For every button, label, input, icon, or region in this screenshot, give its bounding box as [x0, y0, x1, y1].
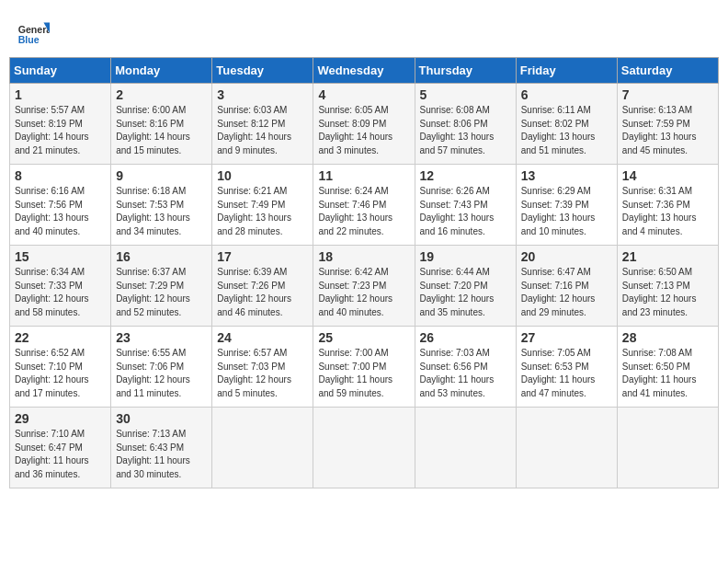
- day-cell: 12Sunrise: 6:26 AMSunset: 7:43 PMDayligh…: [415, 165, 516, 246]
- day-info: Sunrise: 7:13 AMSunset: 6:43 PMDaylight:…: [116, 428, 207, 481]
- day-info: Sunrise: 6:05 AMSunset: 8:09 PMDaylight:…: [318, 104, 409, 157]
- day-cell: 10Sunrise: 6:21 AMSunset: 7:49 PMDayligh…: [212, 165, 313, 246]
- day-number: 29: [15, 411, 106, 426]
- day-cell: 9Sunrise: 6:18 AMSunset: 7:53 PMDaylight…: [111, 165, 212, 246]
- day-info: Sunrise: 6:50 AMSunset: 7:13 PMDaylight:…: [622, 266, 713, 319]
- day-cell: 5Sunrise: 6:08 AMSunset: 8:06 PMDaylight…: [415, 84, 516, 165]
- day-cell: 26Sunrise: 7:03 AMSunset: 6:56 PMDayligh…: [415, 327, 516, 408]
- day-info: Sunrise: 6:42 AMSunset: 7:23 PMDaylight:…: [318, 266, 409, 319]
- day-cell: 22Sunrise: 6:52 AMSunset: 7:10 PMDayligh…: [10, 327, 111, 408]
- day-cell: 20Sunrise: 6:47 AMSunset: 7:16 PMDayligh…: [516, 246, 617, 327]
- page: General Blue SundayMondayTuesdayWednesda…: [0, 0, 728, 563]
- day-cell: 7Sunrise: 6:13 AMSunset: 7:59 PMDaylight…: [617, 84, 718, 165]
- day-cell: [415, 408, 516, 488]
- calendar-wrapper: SundayMondayTuesdayWednesdayThursdayFrid…: [0, 57, 728, 498]
- week-row-4: 22Sunrise: 6:52 AMSunset: 7:10 PMDayligh…: [10, 327, 719, 408]
- day-number: 18: [318, 249, 409, 264]
- day-number: 14: [622, 168, 713, 183]
- day-info: Sunrise: 6:39 AMSunset: 7:26 PMDaylight:…: [217, 266, 308, 319]
- day-number: 21: [622, 249, 713, 264]
- day-number: 19: [420, 249, 511, 264]
- day-number: 23: [116, 330, 207, 345]
- day-info: Sunrise: 6:47 AMSunset: 7:16 PMDaylight:…: [521, 266, 612, 319]
- calendar-table: SundayMondayTuesdayWednesdayThursdayFrid…: [9, 57, 719, 488]
- day-cell: [516, 408, 617, 488]
- day-cell: 21Sunrise: 6:50 AMSunset: 7:13 PMDayligh…: [617, 246, 718, 327]
- day-cell: 2Sunrise: 6:00 AMSunset: 8:16 PMDaylight…: [111, 84, 212, 165]
- day-number: 30: [116, 411, 207, 426]
- day-number: 12: [420, 168, 511, 183]
- day-cell: [313, 408, 415, 488]
- day-number: 10: [217, 168, 308, 183]
- day-number: 27: [521, 330, 612, 345]
- day-number: 17: [217, 249, 308, 264]
- day-cell: 3Sunrise: 6:03 AMSunset: 8:12 PMDaylight…: [212, 84, 313, 165]
- day-cell: 19Sunrise: 6:44 AMSunset: 7:20 PMDayligh…: [415, 246, 516, 327]
- day-cell: 13Sunrise: 6:29 AMSunset: 7:39 PMDayligh…: [516, 165, 617, 246]
- day-number: 11: [318, 168, 409, 183]
- header-row: SundayMondayTuesdayWednesdayThursdayFrid…: [10, 58, 719, 84]
- day-number: 5: [420, 87, 511, 102]
- day-info: Sunrise: 6:29 AMSunset: 7:39 PMDaylight:…: [521, 185, 612, 238]
- day-info: Sunrise: 7:03 AMSunset: 6:56 PMDaylight:…: [420, 347, 511, 400]
- day-cell: 8Sunrise: 6:16 AMSunset: 7:56 PMDaylight…: [10, 165, 111, 246]
- day-number: 22: [15, 330, 106, 345]
- col-header-saturday: Saturday: [617, 58, 718, 84]
- calendar-body: 1Sunrise: 5:57 AMSunset: 8:19 PMDaylight…: [10, 84, 719, 488]
- day-info: Sunrise: 5:57 AMSunset: 8:19 PMDaylight:…: [15, 104, 106, 157]
- day-cell: 25Sunrise: 7:00 AMSunset: 7:00 PMDayligh…: [313, 327, 415, 408]
- day-number: 8: [15, 168, 106, 183]
- day-number: 2: [116, 87, 207, 102]
- day-info: Sunrise: 6:31 AMSunset: 7:36 PMDaylight:…: [622, 185, 713, 238]
- day-info: Sunrise: 6:24 AMSunset: 7:46 PMDaylight:…: [318, 185, 409, 238]
- svg-text:General: General: [18, 24, 50, 35]
- week-row-1: 1Sunrise: 5:57 AMSunset: 8:19 PMDaylight…: [10, 84, 719, 165]
- day-info: Sunrise: 6:26 AMSunset: 7:43 PMDaylight:…: [420, 185, 511, 238]
- day-info: Sunrise: 7:10 AMSunset: 6:47 PMDaylight:…: [15, 428, 106, 481]
- day-info: Sunrise: 6:52 AMSunset: 7:10 PMDaylight:…: [15, 347, 106, 400]
- header: General Blue: [0, 0, 728, 57]
- day-info: Sunrise: 6:57 AMSunset: 7:03 PMDaylight:…: [217, 347, 308, 400]
- day-cell: 29Sunrise: 7:10 AMSunset: 6:47 PMDayligh…: [10, 408, 111, 488]
- day-cell: 23Sunrise: 6:55 AMSunset: 7:06 PMDayligh…: [111, 327, 212, 408]
- day-info: Sunrise: 7:05 AMSunset: 6:53 PMDaylight:…: [521, 347, 612, 400]
- day-info: Sunrise: 6:00 AMSunset: 8:16 PMDaylight:…: [116, 104, 207, 157]
- day-number: 15: [15, 249, 106, 264]
- day-cell: 4Sunrise: 6:05 AMSunset: 8:09 PMDaylight…: [313, 84, 415, 165]
- week-row-5: 29Sunrise: 7:10 AMSunset: 6:47 PMDayligh…: [10, 408, 719, 488]
- logo-icon: General Blue: [17, 17, 50, 50]
- calendar-header: SundayMondayTuesdayWednesdayThursdayFrid…: [10, 58, 719, 84]
- day-cell: [617, 408, 718, 488]
- day-cell: 17Sunrise: 6:39 AMSunset: 7:26 PMDayligh…: [212, 246, 313, 327]
- day-number: 28: [622, 330, 713, 345]
- day-info: Sunrise: 6:44 AMSunset: 7:20 PMDaylight:…: [420, 266, 511, 319]
- day-info: Sunrise: 6:55 AMSunset: 7:06 PMDaylight:…: [116, 347, 207, 400]
- day-number: 3: [217, 87, 308, 102]
- day-info: Sunrise: 6:13 AMSunset: 7:59 PMDaylight:…: [622, 104, 713, 157]
- day-number: 7: [622, 87, 713, 102]
- col-header-tuesday: Tuesday: [212, 58, 313, 84]
- day-info: Sunrise: 6:18 AMSunset: 7:53 PMDaylight:…: [116, 185, 207, 238]
- day-info: Sunrise: 6:21 AMSunset: 7:49 PMDaylight:…: [217, 185, 308, 238]
- day-number: 26: [420, 330, 511, 345]
- day-info: Sunrise: 6:08 AMSunset: 8:06 PMDaylight:…: [420, 104, 511, 157]
- day-number: 25: [318, 330, 409, 345]
- day-cell: 6Sunrise: 6:11 AMSunset: 8:02 PMDaylight…: [516, 84, 617, 165]
- day-number: 1: [15, 87, 106, 102]
- day-info: Sunrise: 7:00 AMSunset: 7:00 PMDaylight:…: [318, 347, 409, 400]
- svg-text:Blue: Blue: [18, 34, 40, 45]
- col-header-thursday: Thursday: [415, 58, 516, 84]
- day-number: 16: [116, 249, 207, 264]
- logo: General Blue: [17, 17, 53, 50]
- col-header-monday: Monday: [111, 58, 212, 84]
- day-cell: 14Sunrise: 6:31 AMSunset: 7:36 PMDayligh…: [617, 165, 718, 246]
- day-number: 6: [521, 87, 612, 102]
- day-cell: 28Sunrise: 7:08 AMSunset: 6:50 PMDayligh…: [617, 327, 718, 408]
- day-cell: 16Sunrise: 6:37 AMSunset: 7:29 PMDayligh…: [111, 246, 212, 327]
- day-number: 13: [521, 168, 612, 183]
- col-header-sunday: Sunday: [10, 58, 111, 84]
- day-info: Sunrise: 7:08 AMSunset: 6:50 PMDaylight:…: [622, 347, 713, 400]
- day-info: Sunrise: 6:11 AMSunset: 8:02 PMDaylight:…: [521, 104, 612, 157]
- day-cell: 18Sunrise: 6:42 AMSunset: 7:23 PMDayligh…: [313, 246, 415, 327]
- day-info: Sunrise: 6:03 AMSunset: 8:12 PMDaylight:…: [217, 104, 308, 157]
